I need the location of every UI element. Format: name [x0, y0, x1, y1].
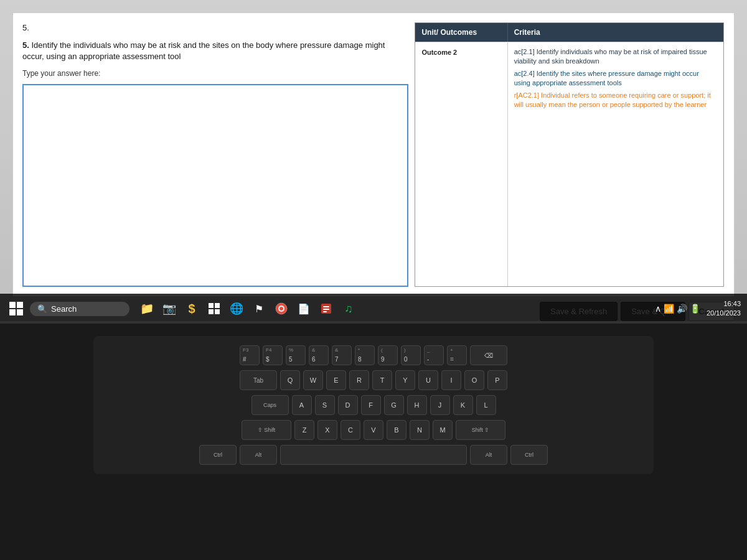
key-a[interactable]: A [292, 395, 312, 415]
key-x[interactable]: X [317, 420, 337, 440]
key-i[interactable]: I [441, 370, 461, 390]
key-j[interactable]: J [430, 395, 450, 415]
key-ctrl[interactable]: Ctrl [199, 445, 237, 465]
keyboard-area: F3# F4$ %5 &6 &7 *8 (9 )0 _- += ⌫ Tab Q … [0, 324, 747, 560]
key-g[interactable]: G [384, 395, 404, 415]
camera-icon[interactable]: 📷 [159, 299, 179, 319]
keyboard: F3# F4$ %5 &6 &7 *8 (9 )0 _- += ⌫ Tab Q … [93, 336, 654, 474]
criteria-content: ac[2.1] Identify individuals who may be … [508, 42, 723, 286]
key-0[interactable]: )0 [401, 345, 421, 365]
key-u[interactable]: U [418, 370, 438, 390]
key-h[interactable]: H [407, 395, 427, 415]
key-space[interactable] [280, 445, 467, 465]
key-5[interactable]: %5 [286, 345, 306, 365]
key-n[interactable]: N [410, 420, 430, 440]
file-explorer-icon[interactable]: 📁 [137, 299, 157, 319]
browser-icon[interactable]: 🌐 [227, 299, 247, 319]
key-c[interactable]: C [341, 420, 360, 440]
key-alt[interactable]: Alt [240, 445, 277, 465]
key-d[interactable]: D [338, 395, 358, 415]
taskbar-right: ∧ 📶 🔊 🔋 16:43 20/10/2023 [655, 299, 741, 319]
key-tab[interactable]: Tab [240, 370, 277, 390]
wifi-icon[interactable]: 📶 [664, 304, 674, 314]
volume-icon[interactable]: 🔊 [677, 304, 687, 314]
chevron-up-icon[interactable]: ∧ [655, 304, 661, 314]
clock-time: 16:43 [707, 299, 741, 309]
key-8[interactable]: *8 [355, 345, 375, 365]
key-o[interactable]: O [464, 370, 484, 390]
question-number: 5. [22, 40, 29, 50]
criteria-body: Outcome 2 ac[2.1] Identify individuals w… [415, 42, 723, 286]
key-alt-right[interactable]: Alt [470, 445, 507, 465]
key-e[interactable]: E [326, 370, 346, 390]
criteria-item-1: ac[2.1] Identify individuals who may be … [514, 47, 717, 67]
taskbar-icons: 📁 📷 $ 🌐 ⚑ [137, 299, 359, 319]
svg-point-6 [280, 307, 283, 310]
app-red-icon[interactable] [316, 299, 336, 319]
key-z[interactable]: Z [294, 420, 314, 440]
key-equals[interactable]: += [447, 345, 467, 365]
key-shift-left[interactable]: ⇧ Shift [242, 420, 291, 440]
key-v[interactable]: V [364, 420, 383, 440]
outcome-label: Outcome 2 [415, 42, 507, 286]
key-row-space: Ctrl Alt Alt Ctrl [106, 445, 641, 465]
key-m[interactable]: M [433, 420, 453, 440]
spotify-icon[interactable]: ♫ [339, 299, 359, 319]
grid-app-icon[interactable] [204, 299, 224, 319]
battery-icon[interactable]: 🔋 [690, 304, 700, 314]
key-w[interactable]: W [303, 370, 323, 390]
key-q[interactable]: Q [280, 370, 300, 390]
key-caps[interactable]: Caps [251, 395, 289, 415]
key-row-fn: F3# F4$ %5 &6 &7 *8 (9 )0 _- += ⌫ [106, 345, 641, 365]
key-9[interactable]: (9 [378, 345, 398, 365]
currency-app-icon[interactable]: $ [182, 299, 202, 319]
svg-rect-1 [215, 303, 220, 308]
svg-rect-0 [209, 303, 214, 308]
taskbar-search[interactable]: 🔍 Search [30, 302, 129, 316]
svg-rect-3 [215, 309, 220, 314]
key-s[interactable]: S [315, 395, 335, 415]
criteria-header: Unit/ Outcomes Criteria [415, 23, 723, 42]
chrome-icon[interactable] [271, 299, 291, 319]
key-row-num: Tab Q W E R T Y U I O P [106, 370, 641, 390]
key-row-bottom: ⇧ Shift Z X C V B N M Shift ⇧ [106, 420, 641, 440]
question-body: 5. Identify the individuals who may be a… [22, 40, 408, 62]
key-f4[interactable]: F4$ [263, 345, 283, 365]
windows-start-button[interactable] [6, 299, 26, 319]
criteria-table: Unit/ Outcomes Criteria Outcome 2 ac[2.1… [415, 22, 723, 287]
key-f3[interactable]: F3# [240, 345, 260, 365]
key-backspace[interactable]: ⌫ [470, 345, 507, 365]
search-label: Search [51, 304, 77, 314]
key-k[interactable]: K [453, 395, 473, 415]
key-r[interactable]: R [349, 370, 369, 390]
svg-rect-2 [209, 309, 214, 314]
criteria-item-2: ac[2.4] Identify the sites where pressur… [514, 69, 717, 88]
key-l[interactable]: L [476, 395, 496, 415]
key-t[interactable]: T [372, 370, 392, 390]
key-row-home: Caps A S D F G H J K L [106, 395, 641, 415]
key-f[interactable]: F [361, 395, 381, 415]
svg-rect-10 [323, 311, 327, 312]
key-minus[interactable]: _- [424, 345, 444, 365]
system-tray: ∧ 📶 🔊 🔋 [655, 304, 700, 314]
svg-rect-8 [323, 306, 329, 307]
key-shift-right[interactable]: Shift ⇧ [456, 420, 505, 440]
key-y[interactable]: Y [395, 370, 415, 390]
windows-logo-icon [9, 302, 23, 315]
svg-rect-9 [323, 309, 329, 310]
col-unit-header: Unit/ Outcomes [415, 23, 507, 42]
answer-textarea[interactable] [22, 84, 408, 287]
key-6[interactable]: &6 [309, 345, 329, 365]
taskbar-clock[interactable]: 16:43 20/10/2023 [707, 299, 741, 319]
answer-label: Type your answer here: [22, 69, 408, 78]
question-content: Identify the individuals who may be at r… [22, 40, 385, 61]
key-b[interactable]: B [387, 420, 406, 440]
question-text: 5. [22, 22, 408, 34]
document-icon[interactable]: 📄 [294, 299, 314, 319]
key-ctrl-right[interactable]: Ctrl [510, 445, 548, 465]
col-criteria-header: Criteria [508, 23, 723, 42]
search-icon: 🔍 [37, 304, 47, 314]
key-7[interactable]: &7 [332, 345, 352, 365]
flag-icon[interactable]: ⚑ [249, 299, 269, 319]
key-p[interactable]: P [487, 370, 507, 390]
